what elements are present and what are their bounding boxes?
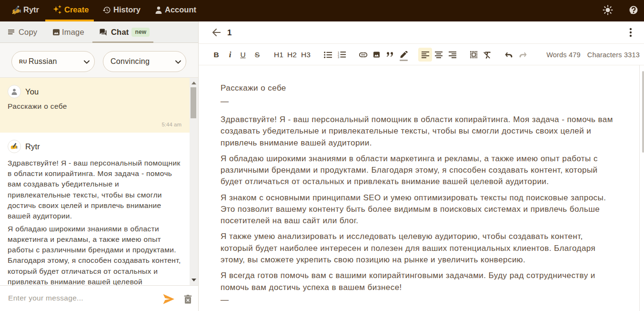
svg-text:3: 3	[338, 56, 339, 58]
